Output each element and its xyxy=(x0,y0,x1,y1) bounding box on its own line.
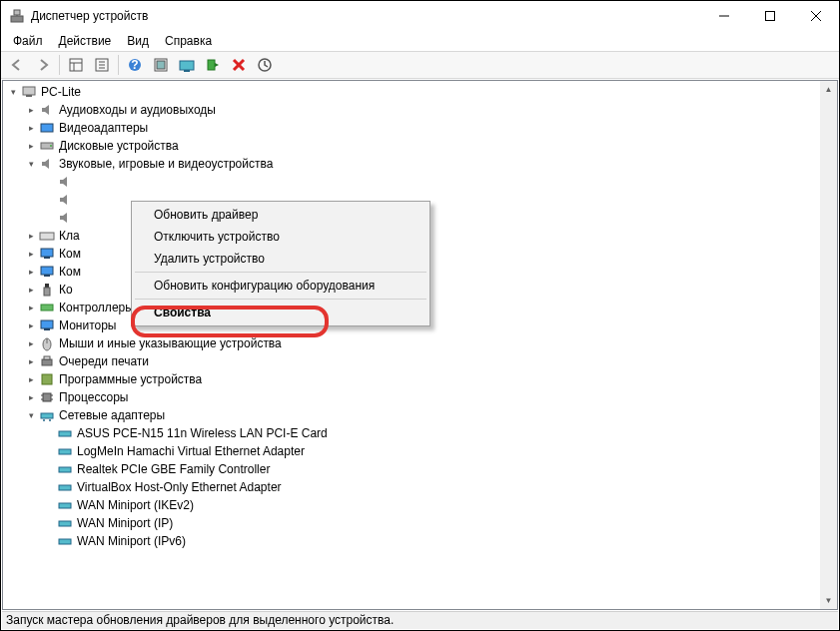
spacer xyxy=(43,481,55,493)
vertical-scrollbar[interactable]: ▲ ▼ xyxy=(820,81,837,609)
svg-rect-49 xyxy=(41,413,53,418)
tree-label: Сетевые адаптеры xyxy=(59,408,165,422)
chevron-right-icon[interactable]: ▸ xyxy=(25,355,37,367)
app-icon xyxy=(9,8,25,24)
speaker-icon xyxy=(57,210,73,226)
scan-hardware-button[interactable] xyxy=(149,53,173,77)
tree-device[interactable]: WAN Miniport (IP) xyxy=(3,514,837,532)
tree-label: Realtek PCIe GBE Family Controller xyxy=(77,462,270,476)
properties-button[interactable] xyxy=(90,53,114,77)
tree-label: LogMeIn Hamachi Virtual Ethernet Adapter xyxy=(77,444,305,458)
toolbar-separator xyxy=(118,55,119,75)
tree-category[interactable]: ▸ Процессоры xyxy=(3,388,837,406)
back-button[interactable] xyxy=(5,53,29,77)
chevron-down-icon[interactable]: ▾ xyxy=(25,409,37,421)
window-buttons xyxy=(701,1,839,31)
uninstall-device-button[interactable] xyxy=(227,53,251,77)
tree-label: Аудиовходы и аудиовыходы xyxy=(59,103,216,117)
tree-category[interactable]: ▸ Дисковые устройства xyxy=(3,137,837,155)
chevron-right-icon[interactable]: ▸ xyxy=(25,140,37,152)
spacer xyxy=(43,499,55,511)
tree-category[interactable]: ▸ Видеоадаптеры xyxy=(3,119,837,137)
tree-device[interactable]: WAN Miniport (IPv6) xyxy=(3,532,837,550)
spacer xyxy=(43,212,55,224)
chevron-right-icon[interactable]: ▸ xyxy=(25,104,37,116)
tree-root[interactable]: ▾ PC-Lite xyxy=(3,83,837,101)
scroll-up-button[interactable]: ▲ xyxy=(820,81,837,98)
spacer xyxy=(43,463,55,475)
tree-device[interactable]: LogMeIn Hamachi Virtual Ethernet Adapter xyxy=(3,442,837,460)
storage-controller-icon xyxy=(39,300,55,316)
tree-label: Дисковые устройства xyxy=(59,139,179,153)
chevron-right-icon[interactable]: ▸ xyxy=(25,248,37,260)
device-tree[interactable]: ▾ PC-Lite ▸ Аудиовходы и аудиовыходы ▸ В… xyxy=(3,81,837,609)
help-button[interactable]: ? xyxy=(123,53,147,77)
chevron-down-icon[interactable]: ▾ xyxy=(7,86,19,98)
tree-device[interactable]: VirtualBox Host-Only Ethernet Adapter xyxy=(3,478,837,496)
tree-label: VirtualBox Host-Only Ethernet Adapter xyxy=(77,480,282,494)
svg-rect-4 xyxy=(766,12,775,21)
tree-device[interactable]: ASUS PCE-N15 11n Wireless LAN PCI-E Card xyxy=(3,424,837,442)
ctx-properties[interactable]: Свойства xyxy=(134,302,427,323)
svg-rect-44 xyxy=(43,393,51,401)
tree-category[interactable]: ▸ Аудиовходы и аудиовыходы xyxy=(3,101,837,119)
forward-button[interactable] xyxy=(31,53,55,77)
tree-label: Ком xyxy=(59,265,81,279)
chevron-right-icon[interactable]: ▸ xyxy=(25,391,37,403)
chevron-right-icon[interactable]: ▸ xyxy=(25,337,37,349)
maximize-button[interactable] xyxy=(747,1,793,31)
menu-help[interactable]: Справка xyxy=(157,32,220,50)
monitor-icon xyxy=(39,246,55,262)
chevron-right-icon[interactable]: ▸ xyxy=(25,266,37,278)
svg-rect-32 xyxy=(41,267,53,275)
chevron-right-icon[interactable]: ▸ xyxy=(25,373,37,385)
chevron-right-icon[interactable]: ▸ xyxy=(25,284,37,296)
svg-rect-26 xyxy=(41,124,53,132)
menu-action[interactable]: Действие xyxy=(51,32,120,50)
ctx-update-driver[interactable]: Обновить драйвер xyxy=(134,204,427,226)
close-button[interactable] xyxy=(793,1,839,31)
spacer xyxy=(43,517,55,529)
tree-label: Процессоры xyxy=(59,390,129,404)
menu-view[interactable]: Вид xyxy=(119,32,157,50)
svg-rect-34 xyxy=(45,284,49,288)
refresh-button[interactable] xyxy=(253,53,277,77)
tree-category[interactable]: ▸ Очереди печати xyxy=(3,352,837,370)
chevron-right-icon[interactable]: ▸ xyxy=(25,319,37,331)
svg-rect-53 xyxy=(59,449,71,454)
chevron-down-icon[interactable]: ▾ xyxy=(25,158,37,170)
chevron-right-icon[interactable]: ▸ xyxy=(25,122,37,134)
ctx-separator xyxy=(135,272,426,273)
context-menu: Обновить драйвер Отключить устройство Уд… xyxy=(131,201,430,326)
svg-rect-35 xyxy=(44,288,50,296)
svg-rect-54 xyxy=(59,467,71,472)
status-bar: Запуск мастера обновления драйверов для … xyxy=(2,611,838,629)
spacer xyxy=(43,194,55,206)
network-adapter-icon xyxy=(57,479,73,495)
minimize-button[interactable] xyxy=(701,1,747,31)
tree-device[interactable]: WAN Miniport (IKEv2) xyxy=(3,496,837,514)
enable-device-button[interactable] xyxy=(201,53,225,77)
tree-device[interactable]: Realtek PCIe GBE Family Controller xyxy=(3,460,837,478)
ctx-scan-hardware[interactable]: Обновить конфигурацию оборудования xyxy=(134,275,427,297)
ctx-disable-device[interactable]: Отключить устройство xyxy=(134,226,427,248)
update-driver-button[interactable] xyxy=(175,53,199,77)
tree-category[interactable]: ▸ Программные устройства xyxy=(3,370,837,388)
device-tree-pane: ▾ PC-Lite ▸ Аудиовходы и аудиовыходы ▸ В… xyxy=(2,80,838,610)
cpu-icon xyxy=(39,389,55,405)
scroll-down-button[interactable]: ▼ xyxy=(820,592,837,609)
speaker-icon xyxy=(39,156,55,172)
ctx-remove-device[interactable]: Удалить устройство xyxy=(134,248,427,270)
status-text: Запуск мастера обновления драйверов для … xyxy=(6,613,394,627)
svg-rect-52 xyxy=(59,431,71,436)
tree-device[interactable] xyxy=(3,173,837,191)
toolbar: ? xyxy=(1,51,839,79)
chevron-right-icon[interactable]: ▸ xyxy=(25,230,37,242)
menu-file[interactable]: Файл xyxy=(5,32,51,50)
tree-category-sound[interactable]: ▾ Звуковые, игровые и видеоустройства xyxy=(3,155,837,173)
tree-category-network[interactable]: ▾ Сетевые адаптеры xyxy=(3,406,837,424)
chevron-right-icon[interactable]: ▸ xyxy=(25,302,37,314)
svg-rect-30 xyxy=(41,249,53,257)
tree-category[interactable]: ▸ Мыши и иные указывающие устройства xyxy=(3,334,837,352)
show-hide-tree-button[interactable] xyxy=(64,53,88,77)
